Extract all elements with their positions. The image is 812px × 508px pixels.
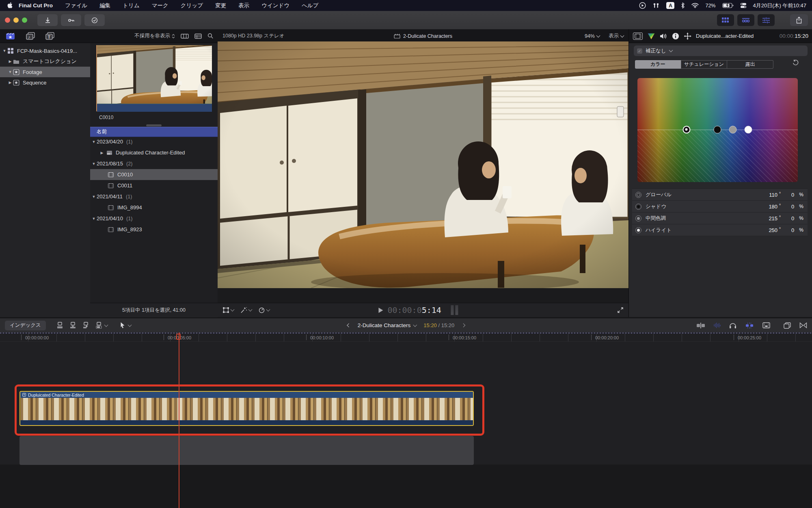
share-button[interactable] [790, 14, 808, 26]
insert-edit-icon[interactable] [69, 322, 76, 329]
select-tool-menu[interactable] [120, 322, 131, 329]
zoom-window-button[interactable] [22, 17, 27, 23]
clip-row[interactable]: C0011 [90, 180, 218, 191]
fullscreen-icon[interactable] [617, 307, 624, 313]
timeline-area[interactable]: 00:00:00:00 00:00:05:00 00:00:10:00 00:0… [0, 332, 812, 508]
filter-hide-rejected[interactable]: 不採用を非表示 [134, 33, 175, 39]
smart-collection-row[interactable]: ▶ スマートコレクション [0, 56, 90, 67]
midtones-value-row[interactable]: 中間色調 215 ° 0 % [632, 212, 808, 224]
library-row[interactable]: ▼ FCP-Mask-Basics-0419... [0, 46, 90, 56]
sequence-event-row[interactable]: ▶ Sequence [0, 77, 90, 88]
global-puck[interactable] [682, 126, 690, 133]
shadows-value-row[interactable]: シャドウ 180 ° 0 % [632, 200, 808, 212]
titles-generators-icon[interactable]: T [45, 32, 54, 40]
index-button[interactable]: インデックス [5, 321, 46, 330]
color-board[interactable] [637, 78, 798, 182]
transform-inspector-icon[interactable] [684, 33, 691, 40]
keyword-editor-button[interactable] [61, 14, 81, 26]
color-inspector-icon[interactable] [647, 33, 655, 40]
overwrite-edit-menu[interactable] [95, 322, 108, 329]
date-group-row[interactable]: ▼2021/08/15(2) [90, 158, 218, 169]
airpods-icon[interactable] [652, 2, 660, 9]
timeline-clip-duplicated-character[interactable]: Dupluicated Character-Edited [19, 391, 474, 426]
name-column-header[interactable]: 名前 [90, 127, 218, 137]
timeline-project-menu[interactable]: 2-Dulicate Characters [358, 322, 417, 328]
trim-feedback-icon[interactable] [697, 323, 705, 328]
highlights-value-row[interactable]: ハイライト 250 ° 0 % [632, 224, 808, 236]
browser-view-button[interactable] [717, 14, 734, 26]
app-menu[interactable]: Final Cut Pro [19, 2, 53, 9]
control-center-icon[interactable] [740, 2, 747, 9]
menu-modify[interactable]: 変更 [215, 2, 226, 9]
solo-headphones-icon[interactable] [729, 322, 736, 329]
timeline-view-button[interactable] [737, 14, 754, 26]
playhead-head[interactable] [176, 334, 181, 340]
playhead-line[interactable] [179, 332, 179, 508]
global-value-row[interactable]: グローバル 110 ° 0 % [632, 189, 808, 200]
info-inspector-icon[interactable] [672, 33, 679, 40]
inspector-view-button[interactable] [758, 14, 775, 26]
date-group-row[interactable]: ▼2021/04/10(1) [90, 213, 218, 224]
disclosure-triangle[interactable]: ▶ [7, 59, 13, 63]
shadows-puck[interactable] [714, 126, 721, 133]
date-group-row[interactable]: ▼2021/04/11(1) [90, 191, 218, 202]
gap-clip[interactable] [19, 436, 474, 465]
minimize-window-button[interactable] [13, 17, 19, 23]
date-group-row[interactable]: ▼2023/04/20(1) [90, 136, 218, 147]
clip-filmstrip-thumbnail[interactable] [96, 45, 212, 111]
effects-browser-icon[interactable] [784, 322, 791, 329]
color-correction-selector[interactable]: ✓ 補正なし [634, 46, 808, 56]
close-window-button[interactable] [5, 17, 10, 23]
menubar-clock[interactable]: 4月20日(木) 午前10:47 [753, 2, 807, 9]
photos-audio-icon[interactable]: ♪ [26, 32, 35, 40]
browser-resize-handle[interactable] [146, 124, 162, 126]
apple-menu-icon[interactable] [7, 2, 13, 9]
tab-saturation[interactable]: サチュレーション [681, 60, 728, 69]
reset-icon[interactable] [792, 59, 799, 66]
connect-edit-icon[interactable] [56, 322, 63, 329]
midtones-puck[interactable] [729, 126, 737, 133]
menu-clip[interactable]: クリップ [181, 2, 203, 9]
crop-tool-menu[interactable] [222, 307, 234, 313]
enhancements-wand-menu[interactable] [240, 307, 252, 313]
viewer-video-canvas[interactable] [218, 41, 628, 288]
snapping-icon[interactable] [745, 322, 754, 329]
play-button[interactable] [378, 307, 383, 313]
search-icon[interactable] [207, 33, 214, 39]
highlights-puck[interactable] [744, 126, 752, 133]
menu-mark[interactable]: マーク [152, 2, 168, 9]
viewer-timecode[interactable]: 00:00:05:14 [387, 305, 441, 315]
wifi-icon[interactable] [691, 3, 699, 8]
menu-trim[interactable]: トリム [123, 2, 139, 9]
audio-skimming-icon[interactable] [713, 322, 721, 328]
list-view-icon[interactable] [194, 33, 202, 39]
video-inspector-icon[interactable] [633, 33, 643, 40]
viewer-view-menu[interactable]: 表示 [609, 33, 624, 39]
disclosure-triangle[interactable]: ▶ [7, 80, 13, 85]
disclosure-triangle[interactable]: ▼ [7, 70, 13, 74]
filmstrip-view-icon[interactable] [181, 33, 189, 39]
clip-row[interactable]: IMG_8994 [90, 202, 218, 213]
disclosure-triangle[interactable]: ▼ [2, 49, 7, 53]
media-clips-icon[interactable] [6, 32, 15, 40]
transitions-browser-icon[interactable] [799, 322, 807, 328]
audio-inspector-icon[interactable] [660, 33, 667, 39]
menu-edit[interactable]: 編集 [99, 2, 110, 9]
timeline-ruler[interactable]: 00:00:00:00 00:00:05:00 00:00:10:00 00:0… [0, 334, 812, 342]
audio-meters[interactable] [451, 305, 458, 315]
import-media-button[interactable] [37, 14, 58, 26]
clip-row[interactable]: IMG_8923 [90, 224, 218, 235]
clip-appearance-icon[interactable] [762, 322, 770, 328]
retime-menu[interactable] [258, 307, 270, 313]
menu-help[interactable]: ヘルプ [302, 2, 318, 9]
clip-row-selected[interactable]: C0010 [90, 169, 218, 180]
project-row[interactable]: ▶ Dupluicated Character-Edited [90, 147, 218, 158]
background-tasks-button[interactable] [84, 14, 105, 26]
tab-exposure[interactable]: 露出 [727, 60, 773, 69]
input-source-badge[interactable]: A [666, 2, 674, 9]
tab-color[interactable]: カラー [635, 60, 681, 69]
bluetooth-icon[interactable] [681, 2, 685, 9]
append-edit-icon[interactable] [82, 322, 89, 329]
now-playing-icon[interactable] [639, 2, 646, 9]
footage-event-row[interactable]: ▼ Footage [0, 67, 90, 77]
